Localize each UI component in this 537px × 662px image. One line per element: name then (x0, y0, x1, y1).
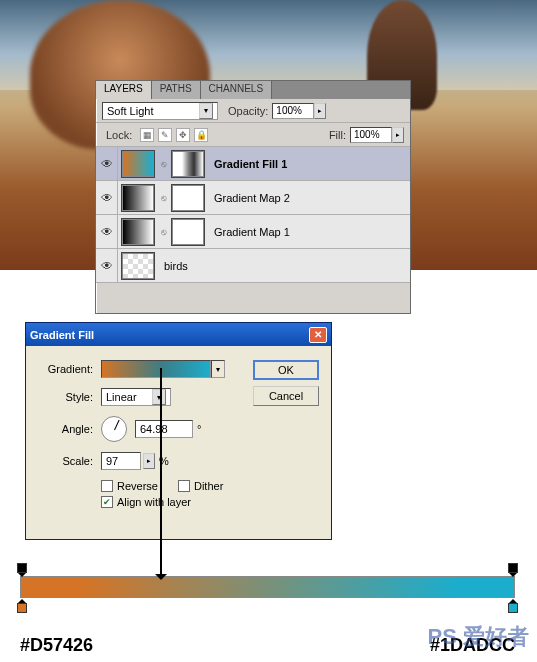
hex-left: #D57426 (20, 635, 93, 656)
style-label: Style: (38, 391, 93, 403)
layer-row[interactable]: 👁 ⎋ Gradient Map 1 (96, 215, 410, 249)
watermark: PS 爱好者 (428, 622, 529, 652)
cancel-button[interactable]: Cancel (253, 386, 319, 406)
layer-name: birds (164, 260, 188, 272)
layer-row[interactable]: 👁 ⎋ Gradient Map 2 (96, 181, 410, 215)
panel-tabs: LAYERS PATHS CHANNELS (96, 81, 410, 99)
blend-mode-select[interactable]: Soft Light ▾ (102, 102, 218, 120)
opacity-stop-left[interactable] (17, 563, 27, 575)
angle-input[interactable] (135, 420, 193, 438)
scale-input[interactable] (101, 452, 141, 470)
reverse-label: Reverse (117, 480, 158, 492)
angle-unit: ° (197, 423, 201, 435)
color-stop-left[interactable] (17, 599, 27, 611)
eye-icon[interactable]: 👁 (101, 259, 113, 273)
gradient-preview[interactable] (101, 360, 211, 378)
layers-panel: LAYERS PATHS CHANNELS Soft Light ▾ Opaci… (95, 80, 411, 314)
lock-transparency-icon[interactable]: ▦ (140, 128, 154, 142)
tab-paths[interactable]: PATHS (152, 81, 201, 99)
link-icon: ⎋ (158, 193, 168, 203)
mask-thumbnail[interactable] (172, 185, 204, 211)
gradient-dropdown-arrow[interactable]: ▾ (211, 360, 225, 378)
opacity-stop-right[interactable] (508, 563, 518, 575)
opacity-input[interactable]: 100% (272, 103, 314, 119)
link-icon: ⎋ (158, 159, 168, 169)
link-icon: ⎋ (158, 227, 168, 237)
ok-button[interactable]: OK (253, 360, 319, 380)
dialog-title: Gradient Fill (30, 329, 94, 341)
layer-name: Gradient Map 1 (214, 226, 290, 238)
mask-thumbnail[interactable] (172, 151, 204, 177)
lock-pixels-icon[interactable]: ✎ (158, 128, 172, 142)
layer-thumbnail[interactable] (122, 151, 154, 177)
chevron-down-icon: ▾ (199, 103, 213, 119)
annotation-arrow (160, 368, 162, 578)
align-label: Align with layer (117, 496, 191, 508)
tab-channels[interactable]: CHANNELS (201, 81, 272, 99)
scale-label: Scale: (38, 455, 93, 467)
dialog-titlebar[interactable]: Gradient Fill ✕ (26, 323, 331, 346)
fill-label: Fill: (329, 129, 346, 141)
eye-icon[interactable]: 👁 (101, 191, 113, 205)
lock-position-icon[interactable]: ✥ (176, 128, 190, 142)
tab-layers[interactable]: LAYERS (96, 81, 152, 99)
blend-opacity-row: Soft Light ▾ Opacity: 100% ▸ (96, 99, 410, 123)
color-stop-right[interactable] (508, 599, 518, 611)
layer-row[interactable]: 👁 birds (96, 249, 410, 283)
align-checkbox[interactable]: ✔ (101, 496, 113, 508)
opacity-arrow[interactable]: ▸ (314, 103, 326, 119)
layer-thumbnail[interactable] (122, 253, 154, 279)
close-icon[interactable]: ✕ (309, 327, 327, 343)
lock-label: Lock: (106, 129, 132, 141)
opacity-label: Opacity: (228, 105, 268, 117)
eye-icon[interactable]: 👁 (101, 225, 113, 239)
layer-thumbnail[interactable] (122, 185, 154, 211)
layer-name: Gradient Fill 1 (214, 158, 287, 170)
layer-row[interactable]: 👁 ⎋ Gradient Fill 1 (96, 147, 410, 181)
gradient-editor (20, 562, 515, 622)
angle-label: Angle: (38, 423, 93, 435)
dither-checkbox[interactable] (178, 480, 190, 492)
eye-icon[interactable]: 👁 (101, 157, 113, 171)
reverse-checkbox[interactable] (101, 480, 113, 492)
mask-thumbnail[interactable] (172, 219, 204, 245)
angle-knob[interactable] (101, 416, 127, 442)
lock-all-icon[interactable]: 🔒 (194, 128, 208, 142)
gradient-bar[interactable] (20, 576, 515, 598)
gradient-fill-dialog: Gradient Fill ✕ OK Cancel Gradient: ▾ St… (25, 322, 332, 540)
fill-arrow[interactable]: ▸ (392, 127, 404, 143)
layer-thumbnail[interactable] (122, 219, 154, 245)
gradient-label: Gradient: (38, 363, 93, 375)
lock-fill-row: Lock: ▦ ✎ ✥ 🔒 Fill: 100% ▸ (96, 123, 410, 147)
dither-label: Dither (194, 480, 223, 492)
blend-mode-value: Soft Light (107, 105, 153, 117)
chevron-down-icon: ▾ (152, 389, 166, 405)
scale-arrow[interactable]: ▸ (143, 453, 155, 469)
fill-input[interactable]: 100% (350, 127, 392, 143)
layer-name: Gradient Map 2 (214, 192, 290, 204)
